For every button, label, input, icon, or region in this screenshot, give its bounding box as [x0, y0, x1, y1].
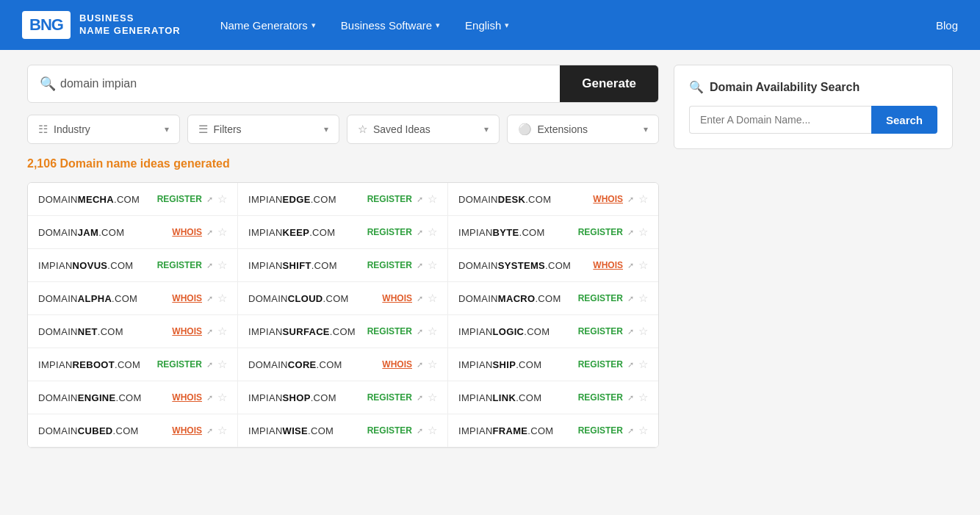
favorite-star-icon[interactable]: ☆	[428, 424, 437, 437]
favorite-star-icon[interactable]: ☆	[638, 424, 648, 437]
whois-link[interactable]: WHOIS	[382, 293, 412, 303]
favorite-star-icon[interactable]: ☆	[638, 226, 648, 239]
whois-link[interactable]: WHOIS	[593, 194, 623, 204]
register-link[interactable]: REGISTER	[578, 326, 623, 336]
favorite-star-icon[interactable]: ☆	[428, 391, 437, 404]
register-link[interactable]: REGISTER	[367, 392, 412, 403]
favorite-star-icon[interactable]: ☆	[217, 325, 227, 338]
search-input[interactable]	[28, 77, 560, 90]
whois-link[interactable]: WHOIS	[593, 260, 623, 270]
favorite-star-icon[interactable]: ☆	[638, 192, 648, 206]
external-link-icon[interactable]: ➚	[417, 327, 423, 336]
favorite-star-icon[interactable]: ☆	[428, 259, 437, 272]
extensions-filter[interactable]: ⚪ Extensions ▾	[507, 115, 660, 144]
external-link-icon[interactable]: ➚	[417, 426, 423, 436]
favorite-star-icon[interactable]: ☆	[638, 358, 648, 371]
domain-name: DOMAINNET.COM	[38, 326, 166, 337]
domain-name: IMPIANSHIFT.COM	[248, 260, 361, 271]
favorite-star-icon[interactable]: ☆	[428, 192, 437, 206]
industry-filter[interactable]: ☷ Industry ▾	[27, 115, 180, 144]
favorite-star-icon[interactable]: ☆	[217, 358, 227, 371]
favorite-star-icon[interactable]: ☆	[428, 358, 437, 371]
external-link-icon[interactable]: ➚	[627, 360, 634, 370]
domain-search-button[interactable]: Search	[871, 106, 937, 134]
favorite-star-icon[interactable]: ☆	[217, 192, 227, 206]
left-panel: 🔍 Generate ☷ Industry ▾ ☰ Filters ▾	[27, 65, 659, 448]
register-link[interactable]: REGISTER	[367, 227, 412, 237]
favorite-star-icon[interactable]: ☆	[428, 292, 437, 305]
external-link-icon[interactable]: ➚	[206, 360, 213, 370]
favorite-star-icon[interactable]: ☆	[217, 424, 227, 437]
register-link[interactable]: REGISTER	[157, 359, 202, 370]
domain-item: IMPIANLINK.COM REGISTER ➚ ☆	[448, 381, 658, 414]
logo[interactable]: BNG BUSINESS NAME GENERATOR	[22, 11, 181, 39]
whois-link[interactable]: WHOIS	[172, 425, 202, 436]
domain-search-input[interactable]	[689, 106, 871, 134]
external-link-icon[interactable]: ➚	[417, 195, 423, 204]
saved-ideas-filter[interactable]: ☆ Saved Ideas ▾	[347, 115, 500, 144]
blog-link[interactable]: Blog	[936, 19, 958, 32]
favorite-star-icon[interactable]: ☆	[638, 259, 648, 272]
external-link-icon[interactable]: ➚	[417, 261, 423, 270]
nav-business-software[interactable]: Business Software ▾	[331, 13, 450, 37]
nav-name-generators[interactable]: Name Generators ▾	[210, 13, 326, 37]
favorite-star-icon[interactable]: ☆	[217, 226, 227, 239]
generate-button[interactable]: Generate	[560, 65, 658, 102]
external-link-icon[interactable]: ➚	[627, 261, 634, 270]
nav-language[interactable]: English ▾	[455, 13, 519, 37]
external-link-icon[interactable]: ➚	[627, 228, 634, 237]
register-link[interactable]: REGISTER	[157, 260, 202, 270]
external-link-icon[interactable]: ➚	[206, 426, 213, 436]
domain-actions: WHOIS ➚ ☆	[593, 259, 648, 272]
external-link-icon[interactable]: ➚	[417, 228, 423, 237]
external-link-icon[interactable]: ➚	[417, 294, 423, 303]
filters-filter[interactable]: ☰ Filters ▾	[187, 115, 340, 144]
site-header: BNG BUSINESS NAME GENERATOR Name Generat…	[0, 0, 980, 50]
external-link-icon[interactable]: ➚	[627, 327, 634, 336]
whois-link[interactable]: WHOIS	[172, 227, 202, 237]
external-link-icon[interactable]: ➚	[206, 228, 213, 237]
logo-abbr: BNG	[22, 11, 71, 39]
external-link-icon[interactable]: ➚	[627, 393, 634, 403]
favorite-star-icon[interactable]: ☆	[217, 259, 227, 272]
domain-item: IMPIANLOGIC.COM REGISTER ➚ ☆	[448, 315, 658, 348]
external-link-icon[interactable]: ➚	[206, 195, 213, 204]
chevron-down-icon: ▾	[436, 21, 440, 30]
external-link-icon[interactable]: ➚	[627, 294, 634, 303]
external-link-icon[interactable]: ➚	[417, 360, 423, 370]
whois-link[interactable]: WHOIS	[172, 326, 202, 336]
external-link-icon[interactable]: ➚	[627, 426, 634, 436]
external-link-icon[interactable]: ➚	[206, 327, 213, 336]
favorite-star-icon[interactable]: ☆	[428, 226, 437, 239]
register-link[interactable]: REGISTER	[367, 260, 412, 270]
whois-link[interactable]: WHOIS	[172, 392, 202, 403]
external-link-icon[interactable]: ➚	[206, 261, 213, 270]
external-link-icon[interactable]: ➚	[206, 393, 213, 403]
favorite-star-icon[interactable]: ☆	[638, 325, 648, 338]
funnel-icon: ☷	[38, 123, 48, 136]
whois-link[interactable]: WHOIS	[172, 293, 202, 303]
register-link[interactable]: REGISTER	[367, 425, 412, 436]
favorite-star-icon[interactable]: ☆	[217, 391, 227, 404]
filter-row: ☷ Industry ▾ ☰ Filters ▾ ☆ Saved Ideas ▾	[27, 115, 659, 144]
register-link[interactable]: REGISTER	[367, 326, 412, 336]
favorite-star-icon[interactable]: ☆	[638, 391, 648, 404]
register-link[interactable]: REGISTER	[578, 425, 623, 436]
register-link[interactable]: REGISTER	[578, 227, 623, 237]
external-link-icon[interactable]: ➚	[417, 393, 423, 403]
favorite-star-icon[interactable]: ☆	[428, 325, 437, 338]
external-link-icon[interactable]: ➚	[206, 294, 213, 303]
domain-name: IMPIANWISE.COM	[248, 425, 361, 436]
external-link-icon[interactable]: ➚	[627, 195, 634, 204]
domain-item: IMPIANWISE.COM REGISTER ➚ ☆	[238, 414, 448, 447]
favorite-star-icon[interactable]: ☆	[217, 292, 227, 305]
register-link[interactable]: REGISTER	[367, 194, 412, 204]
register-link[interactable]: REGISTER	[578, 359, 623, 370]
register-link[interactable]: REGISTER	[157, 194, 202, 204]
register-link[interactable]: REGISTER	[578, 293, 623, 303]
chevron-down-icon: ▾	[165, 124, 169, 134]
favorite-star-icon[interactable]: ☆	[638, 292, 648, 305]
star-icon: ☆	[358, 123, 367, 136]
whois-link[interactable]: WHOIS	[382, 359, 412, 370]
register-link[interactable]: REGISTER	[578, 392, 623, 403]
